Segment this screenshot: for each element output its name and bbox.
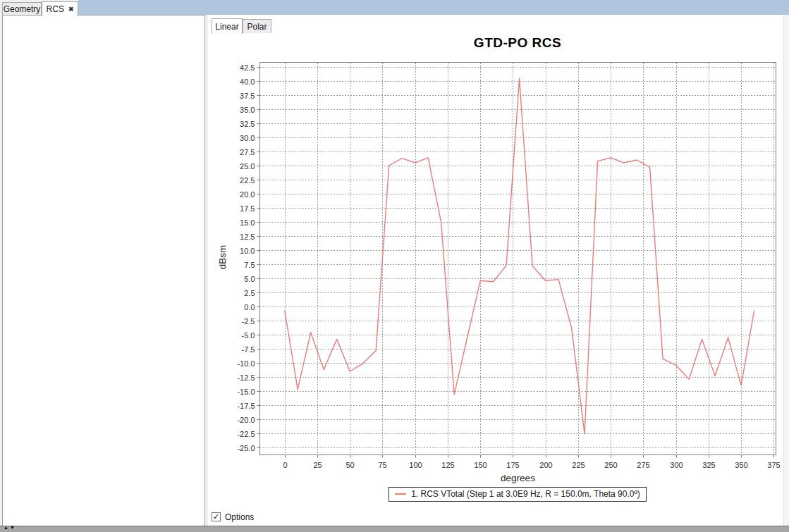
- vertical-scrollbar-track[interactable]: [783, 15, 789, 526]
- svg-text:275: 275: [637, 461, 649, 469]
- svg-text:175: 175: [506, 461, 519, 469]
- close-icon[interactable]: ✖: [68, 6, 74, 13]
- svg-text:150: 150: [474, 461, 487, 469]
- svg-text:-17.5: -17.5: [237, 402, 255, 410]
- tab-rcs-label: RCS: [47, 4, 64, 14]
- horizontal-scrollbar[interactable]: [0, 526, 789, 532]
- chart-legend: 1. RCS VTotal (Step 1 at 3.0E9 Hz, R = 1…: [389, 487, 647, 502]
- svg-text:225: 225: [572, 461, 585, 469]
- svg-text:325: 325: [702, 461, 715, 469]
- svg-text:7.5: 7.5: [244, 261, 255, 269]
- tab-polar[interactable]: Polar: [243, 19, 271, 33]
- splitter-up-icon[interactable]: ▲: [4, 525, 10, 530]
- svg-text:32.5: 32.5: [240, 120, 255, 128]
- tab-rcs[interactable]: RCS ✖: [42, 1, 78, 16]
- svg-text:-7.5: -7.5: [242, 345, 255, 354]
- svg-text:350: 350: [735, 461, 747, 469]
- y-tick-labels: 42.540.037.535.032.530.027.525.022.520.0…: [237, 63, 255, 452]
- rcs-settings-panel: [2, 15, 205, 526]
- svg-text:20.0: 20.0: [240, 190, 255, 199]
- tab-linear[interactable]: Linear: [212, 18, 243, 34]
- tab-geometry[interactable]: Geometry: [2, 2, 42, 16]
- svg-text:42.5: 42.5: [240, 63, 255, 72]
- svg-text:30.0: 30.0: [240, 134, 255, 142]
- x-tick-labels: 0255075100125150175200225250275300325350…: [283, 461, 780, 469]
- rcs-line-chart: 0255075100125150175200225250275300325350…: [212, 56, 781, 485]
- svg-text:-12.5: -12.5: [237, 373, 255, 382]
- svg-text:22.5: 22.5: [240, 176, 255, 185]
- svg-text:40.0: 40.0: [240, 78, 255, 86]
- svg-text:-22.5: -22.5: [237, 430, 255, 438]
- y-axis-label: dBsm: [217, 245, 228, 270]
- svg-text:12.5: 12.5: [240, 233, 255, 241]
- svg-text:0: 0: [283, 461, 287, 469]
- options-checkbox-label: Options: [225, 512, 254, 522]
- splitter-down-icon[interactable]: ▼: [10, 525, 16, 530]
- svg-text:37.5: 37.5: [240, 92, 255, 100]
- svg-text:100: 100: [409, 461, 422, 469]
- tab-geometry-label: Geometry: [4, 4, 41, 14]
- x-axis-label: degrees: [501, 473, 535, 483]
- svg-text:-15.0: -15.0: [237, 388, 255, 396]
- svg-text:-2.5: -2.5: [242, 317, 255, 326]
- options-checkbox[interactable]: ✓: [212, 512, 221, 521]
- svg-text:17.5: 17.5: [240, 204, 255, 213]
- legend-series-label: 1. RCS VTotal (Step 1 at 3.0E9 Hz, R = 1…: [411, 489, 640, 499]
- svg-text:35.0: 35.0: [240, 106, 255, 114]
- svg-text:250: 250: [604, 461, 617, 469]
- svg-text:0.0: 0.0: [244, 303, 255, 311]
- svg-text:50: 50: [345, 461, 354, 469]
- legend-row: 1. RCS VTotal (Step 1 at 3.0E9 Hz, R = 1…: [259, 487, 776, 502]
- svg-text:27.5: 27.5: [240, 148, 255, 156]
- svg-text:-10.0: -10.0: [237, 359, 255, 368]
- svg-text:300: 300: [670, 461, 683, 469]
- svg-text:-20.0: -20.0: [237, 416, 255, 424]
- svg-text:75: 75: [378, 461, 386, 469]
- plot-area: [260, 63, 776, 455]
- splitter-arrows[interactable]: ▲▼: [4, 524, 16, 531]
- svg-text:-25.0: -25.0: [237, 444, 255, 452]
- svg-text:15.0: 15.0: [240, 218, 255, 227]
- chart-title: GTD-PO RCS: [259, 35, 776, 51]
- svg-text:10.0: 10.0: [240, 247, 255, 255]
- svg-text:125: 125: [441, 461, 454, 469]
- svg-text:25: 25: [313, 461, 322, 469]
- svg-text:25.0: 25.0: [240, 162, 255, 171]
- legend-line-sample: [395, 493, 406, 495]
- svg-text:2.5: 2.5: [244, 289, 255, 297]
- svg-text:5.0: 5.0: [244, 275, 255, 283]
- svg-text:375: 375: [767, 461, 780, 469]
- top-strip: [78, 0, 789, 15]
- svg-text:200: 200: [539, 461, 552, 469]
- check-icon: ✓: [213, 513, 219, 521]
- svg-text:-5.0: -5.0: [242, 331, 255, 340]
